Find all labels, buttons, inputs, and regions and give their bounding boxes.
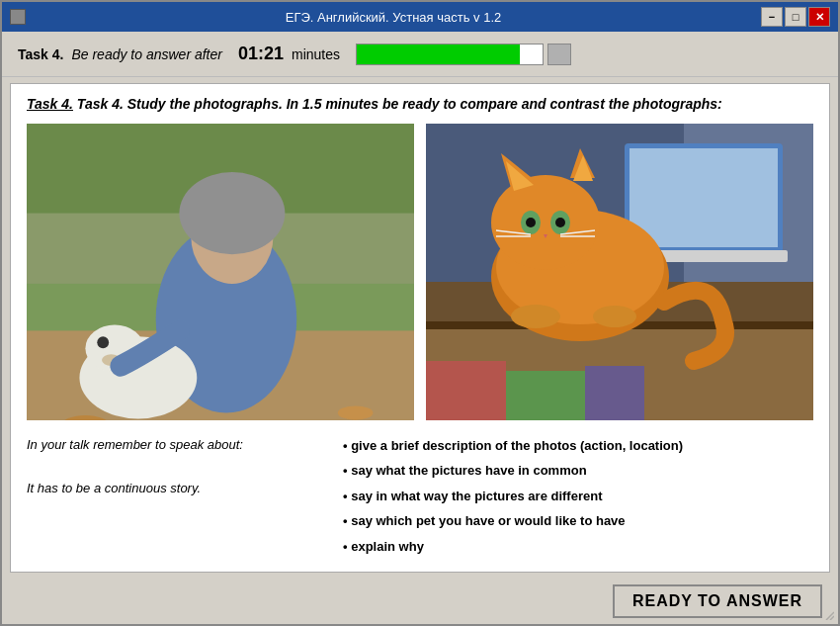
photos-row — [27, 124, 813, 420]
svg-rect-22 — [426, 361, 506, 420]
svg-point-42 — [593, 306, 636, 327]
progress-bar-fill — [357, 45, 520, 64]
toolbar: Task 4. Be ready to answer after 01:21 m… — [2, 32, 838, 77]
instructions-row: In your talk remember to speak about: It… — [27, 434, 813, 560]
svg-line-43 — [826, 612, 834, 620]
svg-point-27 — [491, 175, 600, 270]
ready-to-answer-button[interactable]: READY TO ANSWER — [613, 584, 822, 618]
progress-button[interactable] — [547, 44, 571, 65]
minutes-label: minutes — [292, 46, 340, 62]
window-title: ЕГЭ. Английский. Устная часть v 1.2 — [26, 10, 761, 25]
bullet-item-4: say which pet you have or would like to … — [343, 509, 813, 532]
bullet-item-3: say in what way the pictures are differe… — [343, 485, 813, 507]
resize-handle-icon — [822, 608, 834, 620]
svg-point-6 — [179, 172, 285, 254]
bullet-list: give a brief description of the photos (… — [343, 434, 813, 558]
instructions-right: give a brief description of the photos (… — [343, 434, 813, 560]
bullet-item-1: give a brief description of the photos (… — [343, 434, 813, 457]
time-display: 01:21 — [238, 44, 284, 64]
bullet-item-2: say what the pictures have in common — [343, 459, 813, 482]
progress-bar-outer — [356, 44, 544, 65]
close-button[interactable]: ✕ — [808, 7, 830, 27]
title-bar: ЕГЭ. Английский. Устная часть v 1.2 − □ … — [2, 2, 838, 32]
task-label: Task 4. — [18, 46, 63, 62]
ready-label: Be ready to answer after — [71, 46, 222, 62]
main-window: ЕГЭ. Английский. Устная часть v 1.2 − □ … — [0, 0, 840, 626]
instructions-text-2: It has to be a continuous story. — [27, 478, 323, 499]
task-heading: Task 4. Task 4. Study the photographs. I… — [27, 96, 813, 112]
task-number: Task 4. — [27, 96, 73, 112]
svg-point-35 — [555, 218, 565, 227]
maximize-button[interactable]: □ — [785, 7, 806, 27]
title-bar-buttons: − □ ✕ — [761, 7, 830, 27]
instructions-left: In your talk remember to speak about: It… — [27, 434, 323, 560]
svg-point-9 — [97, 336, 109, 348]
content-area: Task 4. Task 4. Study the photographs. I… — [10, 83, 830, 573]
bullet-item-5: explain why — [343, 535, 813, 558]
progress-container — [356, 44, 571, 65]
svg-line-44 — [830, 616, 834, 620]
window-icon — [10, 9, 26, 25]
svg-rect-23 — [506, 371, 585, 420]
svg-point-41 — [511, 305, 560, 328]
svg-rect-17 — [630, 148, 778, 247]
task-heading-text: Task 4. Study the photographs. In 1.5 mi… — [77, 96, 722, 112]
svg-rect-24 — [585, 366, 644, 420]
bottom-bar: READY TO ANSWER — [2, 579, 838, 624]
instructions-text-1: In your talk remember to speak about: — [27, 434, 323, 456]
minimize-button[interactable]: − — [761, 7, 783, 27]
svg-point-12 — [338, 405, 374, 419]
svg-point-34 — [526, 218, 536, 227]
left-photo — [27, 124, 414, 420]
right-photo — [426, 124, 813, 420]
